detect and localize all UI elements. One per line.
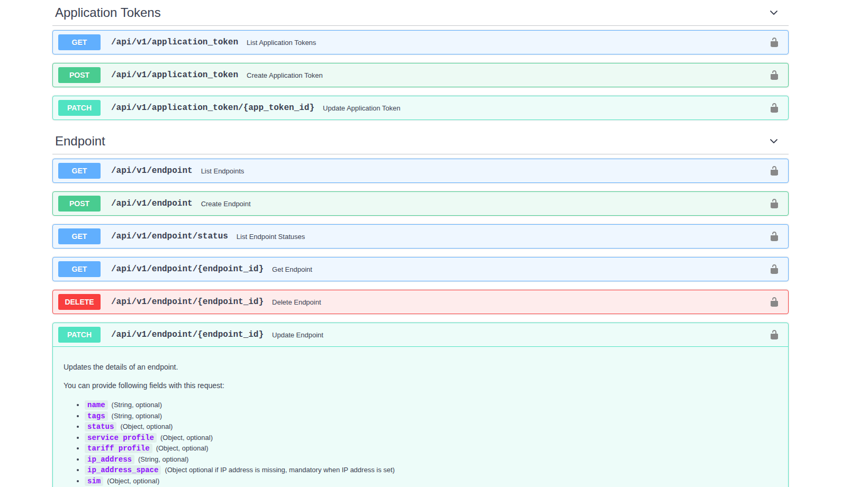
operation-path: /api/v1/application_token [111, 70, 238, 80]
field-list-item: service profile(Object, optional) [85, 433, 777, 444]
operation-summary[interactable]: GET /api/v1/endpoint/{endpoint_id} Get E… [53, 258, 788, 281]
operation-summary[interactable]: DELETE /api/v1/endpoint/{endpoint_id} De… [53, 290, 788, 314]
operation-summary[interactable]: POST /api/v1/application_token Create Ap… [53, 63, 788, 87]
authorize-button[interactable] [767, 196, 782, 211]
operation-description: List Endpoints [201, 167, 245, 175]
section-title: Application Tokens [55, 5, 161, 21]
field-code: tariff profile [85, 444, 152, 453]
method-badge: POST [58, 196, 101, 212]
section-operations: GET /api/v1/endpoint List Endpoints POST… [52, 159, 789, 487]
field-note: (Object, optional) [120, 422, 173, 430]
unlock-icon [769, 103, 780, 113]
operation-description: Get Endpoint [272, 265, 312, 273]
description-paragraph: Updates the details of an endpoint. [64, 363, 777, 372]
operation-summary[interactable]: GET /api/v1/endpoint/status List Endpoin… [53, 225, 788, 248]
field-code: ip_address [85, 455, 134, 464]
field-code: name [85, 400, 108, 410]
field-list-item: name(String, optional) [85, 400, 777, 411]
operation-description: List Endpoint Statuses [237, 233, 305, 241]
operation-description: Create Application Token [247, 71, 323, 79]
operation-description: Update Endpoint [272, 331, 323, 339]
field-list-item: ip_address_space(Object optional if IP a… [85, 465, 777, 476]
operation-summary[interactable]: POST /api/v1/endpoint Create Endpoint [53, 192, 788, 215]
chevron-down-icon [768, 136, 779, 146]
operation-path: /api/v1/application_token/{app_token_id} [111, 103, 314, 113]
field-code: status [85, 422, 116, 431]
field-code: service profile [85, 433, 157, 443]
authorize-button[interactable] [767, 327, 782, 342]
operation-row-get-application-token: GET /api/v1/application_token List Appli… [52, 30, 789, 54]
field-note: (String, optional) [112, 412, 162, 420]
operation-summary[interactable]: GET /api/v1/application_token List Appli… [53, 31, 788, 54]
unlock-icon [769, 329, 780, 340]
unlock-icon [769, 70, 780, 80]
unlock-icon [769, 264, 780, 274]
operation-path: /api/v1/endpoint [111, 166, 193, 176]
field-note: (String, optional) [138, 455, 188, 463]
operation-row-patch-application-token: PATCH /api/v1/application_token/{app_tok… [52, 96, 789, 120]
field-note: (Object optional if IP address is missin… [165, 466, 395, 474]
unlock-icon [769, 198, 780, 209]
operation-path: /api/v1/endpoint/{endpoint_id} [111, 297, 264, 307]
field-code: ip_address_space [85, 465, 161, 475]
field-list-item: sim(Object, optional) [85, 476, 777, 487]
field-code: tags [85, 411, 108, 421]
operation-summary[interactable]: PATCH /api/v1/endpoint/{endpoint_id} Upd… [53, 323, 788, 347]
api-documentation: Application Tokens GET /api/v1/applicati… [52, 0, 789, 487]
method-badge: GET [58, 163, 101, 179]
method-badge: PATCH [58, 327, 101, 343]
operation-row-delete-endpoint: DELETE /api/v1/endpoint/{endpoint_id} De… [52, 290, 789, 314]
collapse-section-button[interactable] [768, 7, 779, 18]
section-header-application-tokens[interactable]: Application Tokens [52, 0, 789, 26]
authorize-button[interactable] [767, 163, 782, 178]
unlock-icon [769, 37, 780, 48]
field-note: (Object, optional) [160, 434, 213, 442]
operation-description: List Application Tokens [247, 39, 316, 47]
operation-path: /api/v1/endpoint [111, 199, 193, 208]
authorize-button[interactable] [767, 35, 782, 50]
field-list: name(String, optional) tags(String, opti… [64, 400, 777, 487]
method-badge: GET [58, 261, 101, 277]
authorize-button[interactable] [767, 262, 782, 277]
operation-row-patch-endpoint-expanded: PATCH /api/v1/endpoint/{endpoint_id} Upd… [52, 323, 789, 487]
method-badge: GET [58, 228, 101, 244]
description-paragraph: You can provide following fields with th… [64, 381, 777, 390]
authorize-button[interactable] [767, 295, 782, 309]
field-list-item: ip_address(String, optional) [85, 454, 777, 465]
operation-description: Delete Endpoint [272, 298, 321, 306]
authorize-button[interactable] [767, 68, 782, 82]
operation-description: Update Application Token [323, 104, 400, 112]
operation-description: Create Endpoint [201, 200, 251, 208]
field-note: (Object, optional) [156, 444, 209, 452]
collapse-section-button[interactable] [768, 136, 779, 146]
method-badge: GET [58, 34, 101, 50]
authorize-button[interactable] [767, 100, 782, 115]
operation-row-post-application-token: POST /api/v1/application_token Create Ap… [52, 63, 789, 87]
section-operations: GET /api/v1/application_token List Appli… [52, 30, 789, 120]
field-note: (String, optional) [112, 401, 162, 409]
operation-expanded-description: Updates the details of an endpoint. You … [53, 347, 788, 487]
field-note: (Object, optional) [107, 477, 159, 485]
field-list-item: tariff profile(Object, optional) [85, 443, 777, 454]
operation-summary[interactable]: GET /api/v1/endpoint List Endpoints [53, 159, 788, 182]
field-code: sim [85, 476, 103, 486]
section-title: Endpoint [55, 133, 105, 149]
method-badge: PATCH [58, 100, 101, 116]
operation-path: /api/v1/endpoint/status [111, 232, 228, 241]
operation-row-get-endpoint-status: GET /api/v1/endpoint/status List Endpoin… [52, 224, 789, 249]
field-list-item: status(Object, optional) [85, 421, 777, 433]
operation-row-get-endpoint-by-id: GET /api/v1/endpoint/{endpoint_id} Get E… [52, 257, 789, 281]
operation-path: /api/v1/endpoint/{endpoint_id} [111, 264, 264, 274]
method-badge: POST [58, 67, 101, 83]
unlock-icon [769, 297, 780, 307]
field-list-item: tags(String, optional) [85, 411, 777, 422]
section-header-endpoint[interactable]: Endpoint [52, 128, 789, 154]
method-badge: DELETE [58, 294, 101, 310]
operation-path: /api/v1/application_token [111, 38, 238, 47]
chevron-down-icon [768, 7, 779, 18]
unlock-icon [769, 231, 780, 242]
operation-row-post-endpoint: POST /api/v1/endpoint Create Endpoint [52, 191, 789, 216]
authorize-button[interactable] [767, 229, 782, 244]
operation-summary[interactable]: PATCH /api/v1/application_token/{app_tok… [53, 96, 788, 120]
unlock-icon [769, 166, 780, 176]
